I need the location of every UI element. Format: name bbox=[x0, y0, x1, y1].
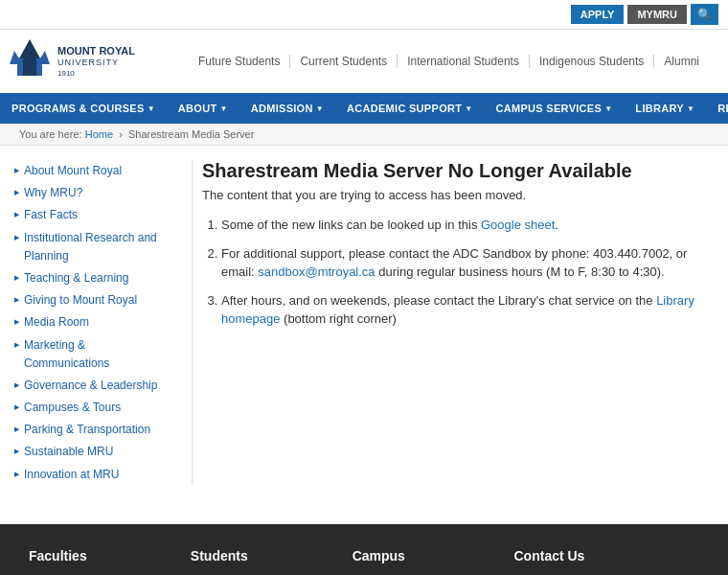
footer-contact: Contact Us Mount Royal University 4825 M… bbox=[514, 548, 699, 575]
google-sheet-link[interactable]: Google sheet bbox=[481, 218, 555, 232]
logo-icon bbox=[10, 37, 50, 85]
sidebar-item-campuses[interactable]: Campuses & Tours bbox=[14, 397, 172, 419]
sidebar-item-sustainable[interactable]: Sustainable MRU bbox=[14, 441, 172, 463]
nav-international-students[interactable]: International Students bbox=[398, 55, 530, 68]
page-title: Sharestream Media Server No Longer Avail… bbox=[202, 160, 714, 182]
content-list: Some of the new links can be looked up i… bbox=[202, 216, 714, 329]
sandbox-email-link[interactable]: sandbox@mtroyal.ca bbox=[258, 264, 375, 279]
nav-academic-support[interactable]: ACADEMIC SUPPORT▼ bbox=[335, 93, 485, 124]
main-content: Sharestream Media Server No Longer Avail… bbox=[192, 160, 714, 486]
footer-campus-heading: Campus bbox=[353, 548, 495, 564]
footer: Faculties Arts Business Communications C… bbox=[0, 524, 728, 575]
svg-marker-1 bbox=[10, 51, 23, 76]
sidebar-item-about-mru[interactable]: About Mount Royal bbox=[14, 160, 172, 182]
footer-faculties-heading: Faculties bbox=[29, 548, 171, 564]
search-button[interactable]: 🔍 bbox=[691, 4, 718, 25]
page-subtitle: The content that you are trying to acces… bbox=[202, 188, 714, 202]
nav-current-students[interactable]: Current Students bbox=[290, 55, 398, 68]
breadcrumb: You are here: Home › Sharestream Media S… bbox=[0, 124, 728, 146]
sidebar-item-governance[interactable]: Governance & Leadership bbox=[14, 375, 172, 397]
nav-about[interactable]: ABOUT▼ bbox=[167, 93, 239, 124]
sidebar-item-parking[interactable]: Parking & Transportation bbox=[14, 419, 172, 441]
nav-admission[interactable]: ADMISSION▼ bbox=[239, 93, 335, 124]
nav-library[interactable]: LIBRARY▼ bbox=[624, 93, 706, 124]
sidebar-item-innovation[interactable]: Innovation at MRU bbox=[14, 464, 172, 486]
logo-text: MOUNT ROYAL UNIVERSITY 1910 bbox=[57, 44, 135, 79]
list-item: Some of the new links can be looked up i… bbox=[221, 216, 714, 235]
sidebar-item-teaching[interactable]: Teaching & Learning bbox=[14, 267, 172, 289]
content-wrapper: About Mount Royal Why MRU? Fast Facts In… bbox=[0, 146, 728, 505]
breadcrumb-home[interactable]: Home bbox=[85, 128, 113, 140]
sidebar-item-media-room[interactable]: Media Room bbox=[14, 311, 172, 334]
nav-research[interactable]: RESEARCH▼ bbox=[706, 93, 728, 124]
apply-button[interactable]: APPLY bbox=[571, 5, 625, 24]
breadcrumb-prefix: You are here: bbox=[19, 128, 82, 140]
list-item: After hours, and on weekends, please con… bbox=[221, 291, 714, 329]
header: MOUNT ROYAL UNIVERSITY 1910 Future Stude… bbox=[0, 30, 728, 93]
footer-grid: Faculties Arts Business Communications C… bbox=[29, 548, 699, 575]
mymru-button[interactable]: MYMRU bbox=[627, 5, 687, 24]
sidebar-item-why-mru[interactable]: Why MRU? bbox=[14, 182, 172, 204]
footer-campus: Campus Athletics Campus Store Conservato… bbox=[353, 548, 495, 575]
nav-programs[interactable]: PROGRAMS & COURSES▼ bbox=[0, 93, 167, 124]
top-bar: APPLY MYMRU 🔍 bbox=[0, 0, 728, 30]
nav-indigenous-students[interactable]: Indigenous Students bbox=[530, 55, 654, 68]
breadcrumb-current: Sharestream Media Server bbox=[128, 128, 254, 140]
footer-students-heading: Students bbox=[191, 548, 333, 564]
nav-alumni[interactable]: Alumni bbox=[654, 55, 709, 68]
footer-students: Students A - Z Student Services A - Z Pr… bbox=[191, 548, 333, 575]
nav-bar: PROGRAMS & COURSES▼ ABOUT▼ ADMISSION▼ AC… bbox=[0, 93, 728, 124]
logo-area: MOUNT ROYAL UNIVERSITY 1910 bbox=[10, 37, 135, 85]
main-nav-links: Future Students Current Students Interna… bbox=[189, 55, 709, 68]
footer-contact-heading: Contact Us bbox=[514, 548, 699, 564]
sidebar: About Mount Royal Why MRU? Fast Facts In… bbox=[14, 160, 172, 486]
sidebar-item-giving[interactable]: Giving to Mount Royal bbox=[14, 289, 172, 311]
nav-future-students[interactable]: Future Students bbox=[189, 55, 290, 68]
footer-faculties: Faculties Arts Business Communications C… bbox=[29, 548, 171, 575]
svg-marker-2 bbox=[36, 51, 50, 76]
sidebar-item-institutional[interactable]: Institutional Research and Planning bbox=[14, 227, 172, 267]
nav-campus-services[interactable]: CAMPUS SERVICES▼ bbox=[484, 93, 624, 124]
sidebar-item-marketing[interactable]: Marketing & Communications bbox=[14, 334, 172, 375]
sidebar-item-fast-facts[interactable]: Fast Facts bbox=[14, 204, 172, 226]
list-item: For additional support, please contact t… bbox=[221, 244, 714, 282]
